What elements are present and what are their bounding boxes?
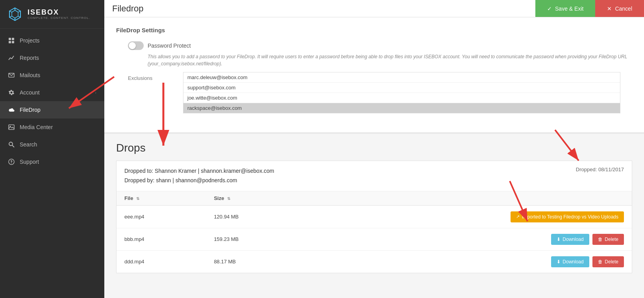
cancel-button[interactable]: ✕ Cancel: [595, 0, 644, 17]
envelope-icon: [8, 72, 15, 79]
drop-by: Dropped by: shann | shannon@podnerds.com: [124, 176, 274, 185]
drop-to: Dropped to: Shannon Kramer | shannon.kra…: [124, 167, 274, 176]
logo-area: ISEBOX COMPLETE. CONTENT. CONTROL.: [0, 0, 104, 29]
search-icon: [8, 141, 15, 148]
sidebar-item-label: Reports: [20, 55, 39, 61]
svg-rect-11: [9, 41, 11, 43]
page-title: Filedrop: [104, 0, 535, 17]
password-protect-label: Password Protect: [148, 43, 191, 49]
content-area: FileDrop Settings Password Protect This …: [104, 17, 644, 298]
col-size-header: Size ⇅: [206, 191, 307, 205]
exclusions-area: Exclusions marc.deleuw@isebox.com suppor…: [116, 72, 632, 123]
sidebar-item-label: Account: [20, 89, 40, 96]
file-size: 88.17 MB: [206, 250, 307, 273]
trash-icon: 🗑: [598, 237, 603, 242]
svg-point-19: [11, 163, 12, 164]
filedrop-settings-section: FileDrop Settings Password Protect This …: [104, 17, 644, 134]
exclusions-list: marc.deleuw@isebox.com support@isebox.co…: [183, 72, 620, 113]
file-size: 159.23 MB: [206, 228, 307, 250]
sidebar-item-label: Media Center: [20, 124, 53, 130]
drop-date: Dropped: 08/11/2017: [576, 167, 624, 172]
exclusion-item[interactable]: support@isebox.com: [183, 83, 620, 93]
sidebar-item-label: Search: [20, 141, 37, 148]
drops-title: Drops: [116, 142, 632, 154]
svg-line-17: [12, 145, 14, 147]
imported-button[interactable]: ↗ Imported to Testing Filedrop vs Video …: [511, 211, 624, 222]
svg-point-16: [9, 142, 13, 146]
sidebar-item-label: FileDrop: [20, 107, 41, 113]
download-button[interactable]: ⬇ Download: [551, 234, 589, 245]
logo-tagline: COMPLETE. CONTENT. CONTROL.: [28, 16, 90, 20]
file-size: 120.94 MB: [206, 205, 307, 228]
grid-icon: [8, 37, 15, 44]
delete-button[interactable]: 🗑 Delete: [592, 256, 624, 267]
checkmark-icon: ✓: [547, 6, 552, 12]
sidebar-item-label: Support: [20, 159, 39, 165]
settings-section-title: FileDrop Settings: [116, 27, 632, 33]
password-protect-toggle[interactable]: [128, 41, 144, 50]
col-action-header: [308, 191, 632, 205]
exclusion-item[interactable]: joe.witte@isebox.com: [183, 93, 620, 103]
sidebar-item-search[interactable]: Search: [0, 136, 104, 153]
x-icon: ✕: [607, 6, 612, 12]
sidebar-item-projects[interactable]: Projects: [0, 32, 104, 49]
external-link-icon: ↗: [516, 214, 520, 219]
svg-rect-10: [12, 38, 14, 40]
sidebar-item-mediacenter[interactable]: Media Center: [0, 118, 104, 136]
file-name: ddd.mp4: [117, 250, 206, 273]
exclusions-label: Exclusions: [128, 73, 152, 81]
drop-info: Dropped to: Shannon Kramer | shannon.kra…: [124, 167, 274, 185]
file-action-cell: ⬇ Download 🗑 Delete: [308, 228, 632, 250]
download-button[interactable]: ⬇ Download: [551, 256, 589, 267]
table-row: eee.mp4 120.94 MB ↗ Imported to Testing …: [117, 205, 632, 228]
drop-header: Dropped to: Shannon Kramer | shannon.kra…: [117, 161, 632, 191]
sidebar-item-filedrop[interactable]: FileDrop: [0, 101, 104, 118]
sidebar-nav: Projects Reports Mailouts Account › Fi: [0, 29, 104, 298]
save-exit-button[interactable]: ✓ Save & Exit: [535, 0, 595, 17]
gear-icon: [8, 89, 15, 96]
sidebar-item-reports[interactable]: Reports: [0, 49, 104, 67]
main-content: Filedrop ✓ Save & Exit ✕ Cancel FileDrop…: [104, 0, 644, 298]
file-table: File ⇅ Size ⇅ eee.mp4: [117, 191, 632, 273]
cloud-icon: [8, 106, 15, 113]
table-row: bbb.mp4 159.23 MB ⬇ Download 🗑 Delete: [117, 228, 632, 250]
exclusion-item[interactable]: marc.deleuw@isebox.com: [183, 72, 620, 83]
file-name: eee.mp4: [117, 205, 206, 228]
trash-icon: 🗑: [598, 259, 603, 265]
file-action-cell: ⬇ Download 🗑 Delete: [308, 250, 632, 273]
sidebar-item-label: Mailouts: [20, 72, 40, 78]
download-icon: ⬇: [557, 259, 561, 265]
svg-rect-14: [9, 125, 14, 130]
sidebar-item-mailouts[interactable]: Mailouts: [0, 67, 104, 84]
drops-section: Drops Dropped to: Shannon Kramer | shann…: [104, 134, 644, 273]
topbar: Filedrop ✓ Save & Exit ✕ Cancel: [104, 0, 644, 17]
file-action-cell: ↗ Imported to Testing Filedrop vs Video …: [308, 205, 632, 228]
table-row: ddd.mp4 88.17 MB ⬇ Download 🗑 Delete: [117, 250, 632, 273]
col-file-header: File ⇅: [117, 191, 206, 205]
exclusion-item[interactable]: rackspace@isebox.com: [183, 103, 620, 113]
drop-card: Dropped to: Shannon Kramer | shannon.kra…: [116, 161, 632, 273]
sort-icon[interactable]: ⇅: [136, 196, 139, 201]
logo-icon: [6, 6, 24, 23]
logo-text: ISEBOX: [28, 9, 90, 17]
sidebar-item-label: Projects: [20, 37, 40, 44]
password-protect-desc: This allows you to add a password to you…: [148, 53, 632, 67]
circle-question-icon: [8, 158, 15, 165]
svg-rect-12: [12, 41, 14, 43]
delete-button[interactable]: 🗑 Delete: [592, 234, 624, 245]
download-icon: ⬇: [557, 237, 561, 242]
sidebar: ISEBOX COMPLETE. CONTENT. CONTROL. Proje…: [0, 0, 104, 298]
sort-icon[interactable]: ⇅: [227, 196, 230, 201]
svg-rect-9: [9, 38, 11, 40]
topbar-actions: ✓ Save & Exit ✕ Cancel: [535, 0, 644, 17]
chart-icon: [8, 54, 15, 61]
file-name: bbb.mp4: [117, 228, 206, 250]
sidebar-item-account[interactable]: Account ›: [0, 84, 104, 101]
sidebar-item-support[interactable]: Support: [0, 153, 104, 170]
chevron-right-icon: ›: [95, 90, 96, 95]
image-icon: [8, 124, 15, 131]
